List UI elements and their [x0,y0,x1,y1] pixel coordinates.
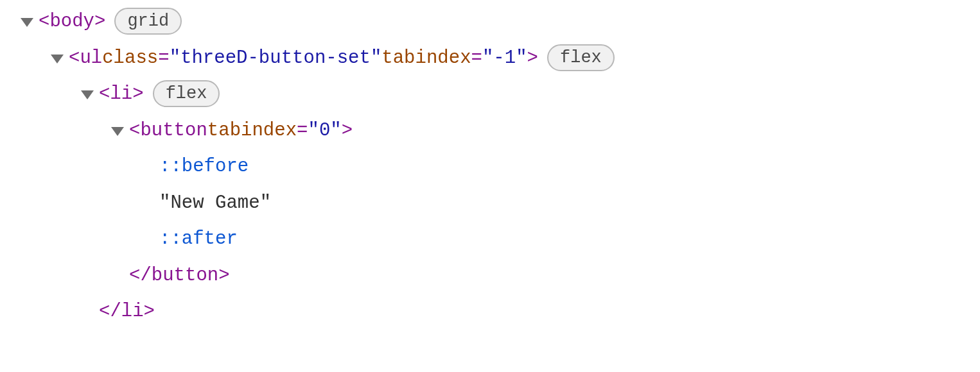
attr-name-class: class [102,40,158,77]
quote: " [170,40,180,77]
dom-node-ul[interactable]: <ul class = " threeD-button-set " tabind… [39,40,980,77]
expand-arrow-icon[interactable] [111,127,124,136]
dom-node-li[interactable]: <li> flex [39,76,980,113]
equals: = [471,40,482,77]
expand-arrow-icon[interactable] [81,90,94,99]
dom-node-li-close[interactable]: </li> [39,294,980,330]
tag-name: <body> [39,4,105,40]
quote: " [330,113,341,149]
dom-tree: <body> grid <ul class = " threeD-button-… [0,0,980,330]
pseudo-after[interactable]: ::after [39,221,980,258]
equals: = [297,113,308,149]
layout-badge-flex[interactable]: flex [153,80,220,107]
expand-arrow-icon[interactable] [51,55,64,63]
quote: " [371,40,381,77]
tag-close: </button> [129,258,230,294]
tag-open: <ul [69,40,102,77]
tag-name: <li> [99,76,144,113]
layout-badge-flex[interactable]: flex [547,44,615,71]
layout-badge-grid[interactable]: grid [114,8,182,35]
pseudo-before[interactable]: ::before [39,149,980,185]
attr-value-class: threeD-button-set [180,40,371,77]
tag-open: <button [129,113,207,149]
quote: " [308,113,319,149]
attr-value-tabindex: -1 [493,40,516,77]
text-node[interactable]: "New Game" [39,185,980,222]
quote: " [516,40,527,77]
attr-value-tabindex: 0 [319,113,330,149]
equals: = [158,40,169,77]
tag-close: </li> [99,294,155,330]
dom-node-button[interactable]: <button tabindex = " 0 " > [39,113,980,149]
dom-node-body[interactable]: <body> grid [39,4,980,40]
dom-node-button-close[interactable]: </button> [39,258,980,294]
pseudo-element: ::after [159,221,238,258]
tag-close-bracket: > [342,113,353,149]
expand-arrow-icon[interactable] [21,18,33,27]
text-content: "New Game" [159,185,271,222]
attr-name-tabindex: tabindex [381,40,471,77]
quote: " [482,40,493,77]
pseudo-element: ::before [159,149,249,185]
tag-close-bracket: > [527,40,538,77]
attr-name-tabindex: tabindex [207,113,297,149]
